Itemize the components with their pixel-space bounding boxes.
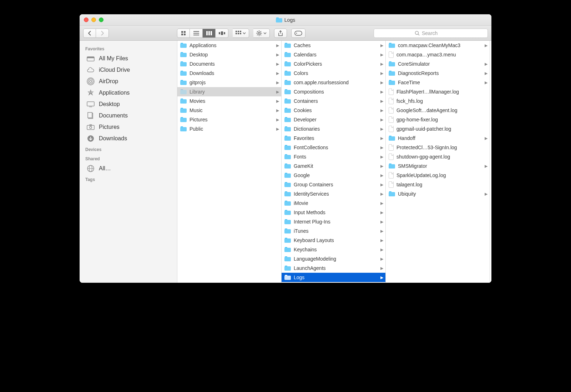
folder-row[interactable]: gitprojs▶	[177, 78, 281, 87]
folder-row[interactable]: iMovie▶	[282, 198, 385, 208]
sidebar-item-all-[interactable]: All…	[80, 163, 177, 174]
sidebar-item-all-my-files[interactable]: All My Files	[80, 53, 177, 64]
item-label: shutdown-gpg-agent.log	[396, 154, 487, 160]
file-row[interactable]: talagent.log	[386, 180, 490, 189]
file-icon	[389, 126, 394, 132]
folder-row[interactable]: LaunchAgents▶	[282, 263, 385, 273]
column[interactable]: Caches▶Calendars▶ColorPickers▶Colors▶com…	[282, 41, 386, 283]
chevron-down-icon	[243, 32, 246, 34]
folder-row[interactable]: Public▶	[177, 124, 281, 134]
folder-icon	[180, 52, 187, 57]
folder-row[interactable]: Movies▶	[177, 96, 281, 106]
sidebar-item-desktop[interactable]: Desktop	[80, 99, 177, 110]
folder-row[interactable]: Colors▶	[282, 69, 385, 78]
search-input[interactable]	[422, 30, 447, 36]
folder-icon	[389, 61, 395, 66]
action-button[interactable]	[253, 29, 270, 38]
folder-row[interactable]: LanguageModeling▶	[282, 254, 385, 263]
folder-row[interactable]: Logs▶	[282, 273, 385, 282]
toolbar	[80, 26, 491, 41]
nav-buttons	[83, 29, 109, 38]
forward-button[interactable]	[96, 29, 109, 38]
folder-row[interactable]: Containers▶	[282, 96, 385, 106]
folder-row[interactable]: Keyboard Layouts▶	[282, 236, 385, 245]
file-row[interactable]: FlashPlayerI…llManager.log	[386, 87, 490, 96]
folder-row[interactable]: Downloads▶	[177, 69, 281, 78]
zoom-button[interactable]	[99, 17, 103, 22]
svg-rect-13	[236, 31, 237, 32]
search-field[interactable]	[374, 29, 488, 38]
folder-row[interactable]: com.apple.nsurlsessiond▶	[282, 78, 385, 87]
folder-row[interactable]: com.macpaw.CleanMyMac3▶	[386, 41, 490, 50]
file-row[interactable]: SparkleUpdateLog.log	[386, 171, 490, 180]
file-row[interactable]: fsck_hfs.log	[386, 96, 490, 106]
list-view-button[interactable]	[190, 29, 203, 38]
sidebar-item-pictures[interactable]: Pictures	[80, 121, 177, 133]
folder-row[interactable]: Music▶	[177, 106, 281, 115]
folder-row[interactable]: Cookies▶	[282, 106, 385, 115]
folder-row[interactable]: Ubiquity▶	[386, 189, 490, 198]
folder-row[interactable]: Dictionaries▶	[282, 124, 385, 134]
item-label: LaunchAgents	[294, 265, 378, 271]
file-row[interactable]: shutdown-gpg-agent.log	[386, 152, 490, 161]
file-row[interactable]: com.macpa…ymac3.menu	[386, 50, 490, 59]
folder-icon	[284, 71, 291, 76]
file-row[interactable]: gpgmail-uuid-patcher.log	[386, 124, 490, 134]
close-button[interactable]	[84, 17, 89, 22]
column-browser[interactable]: Applications▶Desktop▶Documents▶Downloads…	[177, 41, 491, 283]
folder-row[interactable]: Applications▶	[177, 41, 281, 50]
folder-row[interactable]: IdentityServices▶	[282, 189, 385, 198]
file-row[interactable]: GoogleSoft…dateAgent.log	[386, 106, 490, 115]
folder-row[interactable]: Favorites▶	[282, 134, 385, 143]
minimize-button[interactable]	[91, 17, 96, 22]
column-view-button[interactable]	[203, 29, 216, 38]
action-group	[253, 29, 270, 38]
tags-button[interactable]	[291, 29, 305, 38]
folder-row[interactable]: GameKit▶	[282, 161, 385, 171]
folder-row[interactable]: Fonts▶	[282, 152, 385, 161]
folder-row[interactable]: FaceTime▶	[386, 78, 490, 87]
folder-row[interactable]: Handoff▶	[386, 134, 490, 143]
folder-row[interactable]: Group Containers▶	[282, 180, 385, 189]
file-row[interactable]: gpg-home-fixer.log	[386, 115, 490, 124]
back-button[interactable]	[83, 29, 96, 38]
chevron-right-icon: ▶	[276, 43, 279, 48]
folder-row[interactable]: Internet Plug-Ins▶	[282, 217, 385, 226]
svg-rect-12	[224, 32, 225, 34]
folder-row[interactable]: Pictures▶	[177, 115, 281, 124]
folder-row[interactable]: CoreSimulator▶	[386, 59, 490, 69]
folder-row[interactable]: SMSMigrator▶	[386, 161, 490, 171]
sidebar-item-documents[interactable]: Documents	[80, 110, 177, 121]
folder-row[interactable]: Input Methods▶	[282, 208, 385, 217]
folder-row[interactable]: iTunes▶	[282, 226, 385, 236]
folder-row[interactable]: Compositions▶	[282, 87, 385, 96]
arrange-button[interactable]	[233, 29, 249, 38]
chevron-right-icon: ▶	[485, 80, 487, 85]
folder-row[interactable]: FontCollections▶	[282, 143, 385, 152]
item-label: Containers	[294, 98, 378, 104]
folder-row[interactable]: Google▶	[282, 171, 385, 180]
folder-row[interactable]: DiagnosticReports▶	[386, 69, 490, 78]
item-label: SMSMigrator	[398, 163, 482, 169]
file-row[interactable]: ProtectedCl…53-SignIn.log	[386, 143, 490, 152]
column[interactable]: com.macpaw.CleanMyMac3▶com.macpa…ymac3.m…	[386, 41, 490, 283]
coverflow-view-button[interactable]	[216, 29, 228, 38]
folder-row[interactable]: Keychains▶	[282, 245, 385, 254]
folder-row[interactable]: ColorPickers▶	[282, 59, 385, 69]
chevron-right-icon: ▶	[380, 62, 383, 66]
sidebar-item-airdrop[interactable]: AirDrop	[80, 76, 177, 87]
share-button[interactable]	[274, 29, 287, 38]
sidebar-item-icloud-drive[interactable]: iCloud Drive	[80, 64, 177, 76]
folder-row[interactable]: Desktop▶	[177, 50, 281, 59]
folder-icon	[284, 201, 291, 206]
sidebar-item-applications[interactable]: AApplications	[80, 87, 177, 99]
column[interactable]: Applications▶Desktop▶Documents▶Downloads…	[177, 41, 282, 283]
folder-row[interactable]: Caches▶	[282, 41, 385, 50]
icon-view-button[interactable]	[177, 29, 190, 38]
sidebar[interactable]: FavoritesAll My FilesiCloud DriveAirDrop…	[80, 41, 177, 283]
folder-row[interactable]: Calendars▶	[282, 50, 385, 59]
folder-row[interactable]: Documents▶	[177, 59, 281, 69]
folder-row[interactable]: Developer▶	[282, 115, 385, 124]
sidebar-item-downloads[interactable]: Downloads	[80, 133, 177, 144]
folder-row[interactable]: Library▶	[177, 87, 281, 96]
